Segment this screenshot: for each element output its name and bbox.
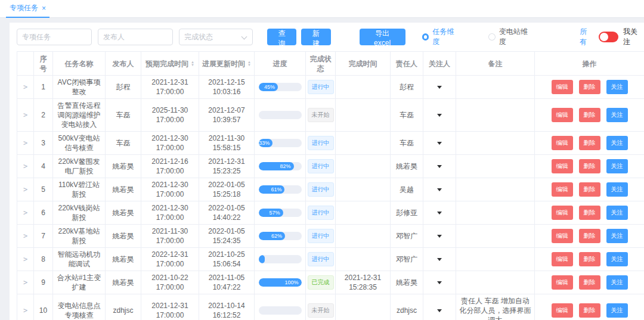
status-select[interactable]: 完成状态 xyxy=(179,29,253,45)
follow-button[interactable]: 关注 xyxy=(606,252,628,266)
delete-button[interactable]: 删除 xyxy=(579,275,600,290)
progress-cell: 62% xyxy=(255,225,306,248)
delete-button[interactable]: 删除 xyxy=(579,252,600,266)
table-row: > 5 110kV碧江站新投 姚若昊 2021-12-30 17:00:00 2… xyxy=(17,178,644,201)
delete-button[interactable]: 删除 xyxy=(579,80,600,94)
follower-dropdown-icon[interactable] xyxy=(437,258,442,261)
follow-button[interactable]: 关注 xyxy=(606,303,628,318)
edit-button[interactable]: 编辑 xyxy=(552,136,573,150)
edit-button[interactable]: 编辑 xyxy=(552,108,573,122)
edit-button[interactable]: 编辑 xyxy=(552,182,573,197)
header-expected-time[interactable]: 预期完成时间 ▲▼ xyxy=(141,52,199,76)
expected-time: 2021-12-31 17:00:00 xyxy=(141,294,199,320)
delete-button[interactable]: 删除 xyxy=(579,303,600,318)
done-time xyxy=(336,132,391,155)
follow-button[interactable]: 关注 xyxy=(606,229,628,243)
follow-toggle[interactable] xyxy=(599,32,618,42)
header-updated-label: 进展更新时间 xyxy=(202,59,245,69)
task-name: 220kV鳌围发电厂新投 xyxy=(53,155,106,178)
follower-dropdown-icon[interactable] xyxy=(437,235,442,238)
follower-dropdown-icon[interactable] xyxy=(437,309,442,312)
tasks-table: 序号 任务名称 发布人 预期完成时间 ▲▼ 进展更新时间 ▲▼ 进度 完成状态 … xyxy=(17,51,644,320)
owner: 彭程 xyxy=(391,76,423,99)
header-updated-time[interactable]: 进展更新时间 ▲▼ xyxy=(199,52,255,76)
query-button[interactable]: 查询 xyxy=(267,29,296,45)
tab-special-tasks[interactable]: 专项任务 × xyxy=(6,0,49,18)
table-body: > 1 AVC闭锁事项整改 彭程 2021-12-31 17:00:00 202… xyxy=(17,76,644,320)
expand-row-icon[interactable]: > xyxy=(23,82,27,92)
radio-task-dimension[interactable]: 任务维度 xyxy=(422,27,460,47)
sort-icon[interactable]: ▲▼ xyxy=(247,61,251,67)
header-status: 完成状态 xyxy=(306,52,336,76)
task-name-input[interactable] xyxy=(17,29,92,45)
tab-bar: 专项任务 × xyxy=(0,0,644,18)
owner: 彭修亚 xyxy=(391,201,423,225)
expand-row-icon[interactable]: > xyxy=(23,278,27,287)
follower-dropdown-icon[interactable] xyxy=(437,281,442,284)
row-no: 10 xyxy=(34,294,53,320)
progress-bar: 100% xyxy=(259,278,302,287)
progress-cell: 57% xyxy=(255,201,306,225)
follow-button[interactable]: 关注 xyxy=(606,80,628,94)
delete-button[interactable]: 删除 xyxy=(579,182,600,197)
progress-bar: 61% xyxy=(259,185,302,194)
create-button[interactable]: 新建 xyxy=(301,29,330,45)
follower-dropdown-icon[interactable] xyxy=(437,142,442,145)
edit-button[interactable]: 编辑 xyxy=(552,80,573,94)
row-actions: 编辑 删除 关注 xyxy=(535,248,644,271)
toggle-knob-icon xyxy=(600,33,608,41)
remark xyxy=(456,178,535,201)
done-time: 2021-12-31 15:28:35 xyxy=(336,271,391,294)
follow-button[interactable]: 关注 xyxy=(606,136,628,150)
expand-row-icon[interactable]: > xyxy=(23,254,27,264)
follow-button[interactable]: 关注 xyxy=(606,159,628,173)
follow-button[interactable]: 关注 xyxy=(606,206,628,220)
chevron-down-icon xyxy=(241,34,247,40)
follow-button[interactable]: 关注 xyxy=(606,108,628,122)
follower-dropdown-icon[interactable] xyxy=(437,188,442,191)
follower-dropdown-icon[interactable] xyxy=(437,165,442,168)
follower-dropdown-icon[interactable] xyxy=(437,114,442,117)
sort-icon[interactable]: ▲▼ xyxy=(191,61,194,67)
row-no: 3 xyxy=(34,132,53,155)
edit-button[interactable]: 编辑 xyxy=(552,206,573,220)
publisher-input[interactable] xyxy=(98,29,173,45)
owner: 车磊 xyxy=(391,99,423,132)
publisher: 姚若昊 xyxy=(106,225,141,248)
progress-bar: 62% xyxy=(259,232,302,240)
expand-row-icon[interactable]: > xyxy=(23,138,27,148)
edit-button[interactable]: 编辑 xyxy=(552,229,573,243)
delete-button[interactable]: 删除 xyxy=(579,159,600,173)
expand-row-icon[interactable]: > xyxy=(23,231,27,241)
export-excel-button[interactable]: 导出excel xyxy=(360,29,405,45)
publisher: 车磊 xyxy=(106,132,141,155)
done-time xyxy=(336,178,391,201)
status-badge: 进行中 xyxy=(308,159,334,173)
follow-button[interactable]: 关注 xyxy=(606,182,628,197)
edit-button[interactable]: 编辑 xyxy=(552,275,573,290)
follow-button[interactable]: 关注 xyxy=(606,275,628,290)
status-select-placeholder: 完成状态 xyxy=(184,32,213,42)
delete-button[interactable]: 删除 xyxy=(579,108,600,122)
expand-row-icon[interactable]: > xyxy=(23,161,27,171)
edit-button[interactable]: 编辑 xyxy=(552,159,573,173)
follower-dropdown-icon[interactable] xyxy=(437,86,442,89)
radio-station-dimension[interactable]: 变电站维度 xyxy=(488,27,533,47)
owner: 姚若昊 xyxy=(391,155,423,178)
close-icon[interactable]: × xyxy=(42,4,46,13)
edit-button[interactable]: 编辑 xyxy=(552,252,573,266)
delete-button[interactable]: 删除 xyxy=(579,229,600,243)
remark xyxy=(456,76,535,99)
delete-button[interactable]: 删除 xyxy=(579,136,600,150)
header-no: 序号 xyxy=(34,52,53,76)
delete-button[interactable]: 删除 xyxy=(579,206,600,220)
header-owner: 责任人 xyxy=(391,52,423,76)
expand-row-icon[interactable]: > xyxy=(23,306,27,315)
edit-button[interactable]: 编辑 xyxy=(552,303,573,318)
follower-dropdown-icon[interactable] xyxy=(437,212,442,215)
row-actions: 编辑 删除 关注 xyxy=(535,225,644,248)
progress-cell: 45% xyxy=(255,76,306,99)
expand-row-icon[interactable]: > xyxy=(23,110,27,120)
expand-row-icon[interactable]: > xyxy=(23,208,27,218)
expand-row-icon[interactable]: > xyxy=(23,185,27,194)
